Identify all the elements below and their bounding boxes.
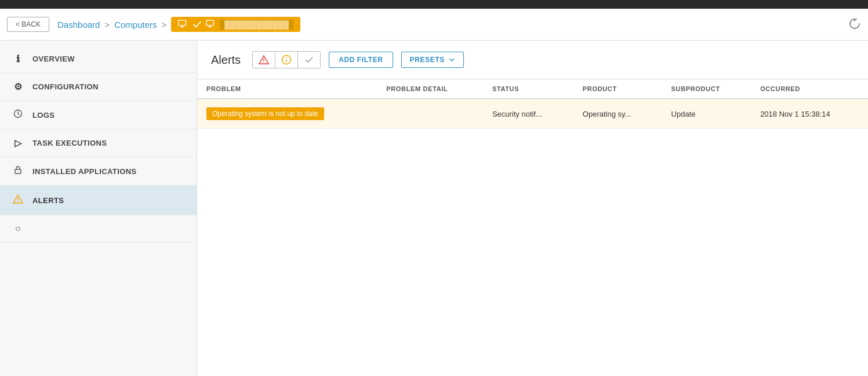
svg-line-8: [18, 114, 20, 115]
monitor-icon: [178, 19, 188, 30]
col-problem-detail: PROBLEM DETAIL: [377, 79, 483, 99]
svg-point-12: [17, 201, 19, 203]
gear-icon: ⚙: [12, 81, 24, 92]
filter-info-btn[interactable]: [275, 52, 298, 68]
sidebar-item-more[interactable]: ○: [0, 215, 197, 243]
svg-point-18: [286, 57, 287, 59]
alert-icon: [12, 194, 24, 207]
sidebar: ℹ OVERVIEW ⚙ CONFIGURATION LOGS ▷ TASK E…: [0, 41, 197, 376]
col-status: STATUS: [483, 79, 573, 99]
warning-triangle-icon: [259, 55, 269, 65]
filter-warning-btn[interactable]: [253, 52, 275, 68]
problem-cell: Operating system is not up to date: [206, 107, 368, 120]
table-row[interactable]: Operating system is not up to date Secur…: [197, 99, 868, 129]
circle-icon: ○: [12, 223, 24, 234]
sidebar-item-alerts-label: ALERTS: [32, 196, 64, 205]
top-bar: [0, 0, 868, 9]
table-body: Operating system is not up to date Secur…: [197, 99, 868, 129]
computer-name-label: ████████████: [220, 20, 293, 30]
sidebar-item-installed-applications[interactable]: INSTALLED APPLICATIONS: [0, 157, 197, 186]
presets-button[interactable]: PRESETS: [401, 52, 464, 68]
cell-status: Security notif...: [483, 99, 573, 129]
svg-rect-3: [206, 20, 214, 26]
alerts-title: Alerts: [211, 53, 241, 67]
col-subproduct: SUBPRODUCT: [662, 79, 751, 99]
add-filter-button[interactable]: ADD FILTER: [329, 52, 393, 68]
play-icon: ▷: [12, 138, 24, 149]
svg-point-15: [263, 62, 264, 63]
cell-problem: Operating system is not up to date: [197, 99, 377, 129]
main-content: Alerts: [197, 41, 868, 376]
check-icon: [192, 19, 202, 30]
svg-rect-0: [179, 20, 186, 26]
sidebar-item-configuration-label: CONFIGURATION: [32, 82, 99, 91]
breadcrumb-sep-1: >: [104, 20, 110, 30]
breadcrumb-bar: < BACK Dashboard > Computers > █████████…: [0, 9, 868, 41]
sidebar-item-logs[interactable]: LOGS: [0, 101, 197, 129]
sidebar-item-task-executions[interactable]: ▷ TASK EXECUTIONS: [0, 129, 197, 157]
cell-subproduct: Update: [662, 99, 751, 129]
alerts-table: PROBLEM PROBLEM DETAIL STATUS PRODUCT SU…: [197, 79, 868, 129]
col-occurred: OCCURRED: [751, 79, 868, 99]
sidebar-item-overview-label: OVERVIEW: [32, 55, 75, 63]
presets-label: PRESETS: [410, 56, 445, 64]
dashboard-link[interactable]: Dashboard: [57, 20, 100, 30]
svg-rect-9: [15, 169, 21, 173]
sidebar-item-logs-label: LOGS: [32, 111, 55, 120]
col-problem: PROBLEM: [197, 79, 377, 99]
computer-badge[interactable]: ████████████: [171, 17, 300, 32]
sidebar-item-task-executions-label: TASK EXECUTIONS: [32, 139, 107, 147]
breadcrumb-sep-2: >: [162, 20, 167, 30]
filter-btn-group: [252, 51, 321, 68]
lock-icon: [12, 165, 24, 177]
table-header: PROBLEM PROBLEM DETAIL STATUS PRODUCT SU…: [197, 79, 868, 99]
cell-occurred: 2018 Nov 1 15:38:14: [751, 99, 868, 129]
col-product: PRODUCT: [573, 79, 662, 99]
layout: ℹ OVERVIEW ⚙ CONFIGURATION LOGS ▷ TASK E…: [0, 41, 868, 376]
checkmark-icon: [304, 55, 314, 65]
clock-icon: [12, 109, 24, 121]
cell-product: Operating sy...: [573, 99, 662, 129]
problem-badge: Operating system is not up to date: [206, 107, 324, 120]
chevron-down-icon: [448, 56, 455, 63]
refresh-icon[interactable]: [848, 17, 861, 30]
sidebar-item-configuration[interactable]: ⚙ CONFIGURATION: [0, 73, 197, 101]
filter-check-btn[interactable]: [298, 52, 320, 68]
info-icon: ℹ: [12, 53, 24, 64]
sidebar-item-installed-applications-label: INSTALLED APPLICATIONS: [32, 167, 137, 176]
cell-problem-detail: [377, 99, 483, 129]
back-button[interactable]: < BACK: [7, 17, 49, 32]
info-circle-icon: [281, 55, 292, 65]
monitor2-icon: [206, 19, 216, 30]
alerts-header: Alerts: [197, 41, 868, 79]
refresh-icon-wrap[interactable]: [848, 17, 861, 32]
sidebar-item-alerts[interactable]: ALERTS: [0, 186, 197, 215]
computers-link[interactable]: Computers: [114, 20, 157, 30]
sidebar-item-overview[interactable]: ℹ OVERVIEW: [0, 45, 197, 73]
